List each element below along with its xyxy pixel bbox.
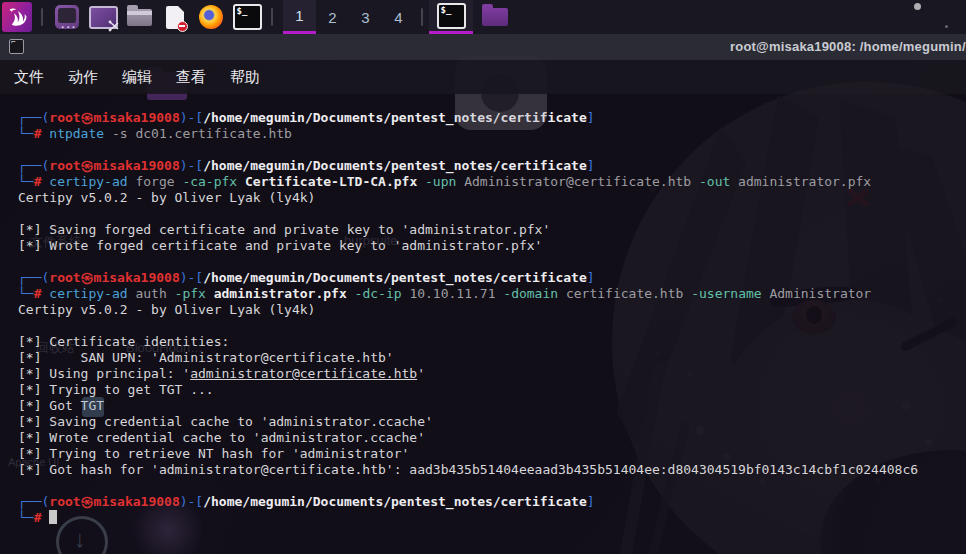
terminal-text-segment: /home/megumin/Documents/pentest_notes/ce… — [203, 110, 587, 125]
terminal-text-segment: administrator.pfx — [214, 286, 347, 301]
screenshot-icon — [89, 6, 118, 29]
terminal-text-segment: # — [34, 126, 50, 141]
terminal-text-segment: -ca-pfx — [182, 174, 237, 189]
menu-file[interactable]: 文件 — [4, 60, 54, 94]
terminal-text-segment: -username — [691, 286, 761, 301]
terminal-text-segment: ' — [417, 366, 425, 381]
terminal-text-segment: -out — [699, 174, 730, 189]
terminal-text-segment: ┌──( — [18, 494, 49, 509]
terminal-text-segment: administrator@certificate.htb — [190, 366, 417, 381]
firefox-icon — [199, 5, 223, 29]
workspace-4[interactable]: 4 — [382, 0, 415, 34]
terminal-text-segment: )-[ — [180, 158, 203, 173]
launcher-screenshot[interactable] — [86, 2, 120, 32]
terminal-text-segment: ┌──( — [18, 158, 49, 173]
menu-actions[interactable]: 动作 — [58, 60, 108, 94]
menu-edit[interactable]: 编辑 — [112, 60, 162, 94]
terminal-line — [18, 254, 966, 270]
panel-separator — [421, 8, 423, 26]
terminal-text-segment: -pfx — [175, 286, 206, 301]
terminal-text-segment: -upn — [425, 174, 456, 189]
terminal-line: ┌──(root㉿misaka19008)-[/home/megumin/Doc… — [18, 158, 966, 174]
terminal-text-segment: [*] Trying to retrieve NT hash for 'admi… — [18, 446, 409, 461]
terminal-text-segment: auth — [128, 286, 175, 301]
workspace-1[interactable]: 1 — [283, 0, 316, 34]
terminal-output: ┌──(root㉿misaka19008)-[/home/megumin/Doc… — [18, 110, 966, 526]
terminal-line: └─# — [18, 510, 966, 526]
window-title: root@misaka19008: /home/megumin/Docu — [730, 39, 966, 54]
terminal-text-segment: [*] SAN UPN: 'Administrator@certificate.… — [18, 350, 394, 365]
terminal-line — [18, 142, 966, 158]
terminal-line — [18, 318, 966, 334]
launcher-qterminal-drop[interactable] — [50, 2, 84, 32]
terminal-line: [*] Trying to retrieve NT hash for 'admi… — [18, 446, 966, 462]
terminal-line: [*] Trying to get TGT ... — [18, 382, 966, 398]
terminal-text-segment: forge — [128, 174, 183, 189]
terminal-text-segment — [206, 286, 214, 301]
taskbar-window-terminal[interactable]: $_ — [429, 0, 473, 34]
terminal-text-segment: )-[ — [180, 494, 203, 509]
workspace-2[interactable]: 2 — [316, 0, 349, 34]
terminal-text-segment: administrator.pfx — [730, 174, 871, 189]
terminal-text-segment: ┌──( — [18, 110, 49, 125]
terminal-text-segment: -domain — [503, 286, 558, 301]
menu-view[interactable]: 查看 — [166, 60, 216, 94]
window-titlebar[interactable]: root@misaka19008: /home/megumin/Docu — [0, 34, 966, 60]
launcher-text-editor[interactable] — [158, 2, 192, 32]
launcher-file-manager[interactable] — [122, 2, 156, 32]
terminal-text-segment: /home/megumin/Documents/pentest_notes/ce… — [203, 158, 587, 173]
terminal-line: └─# certipy-ad auth -pfx administrator.p… — [18, 286, 966, 302]
terminal-text-segment: )-[ — [180, 270, 203, 285]
terminal-text-segment: └─ — [18, 126, 34, 141]
terminal-line: Certipy v5.0.2 - by Oliver Lyak (ly4k) — [18, 302, 966, 318]
folder-icon — [127, 9, 152, 26]
terminal-line: └─# ntpdate -s dc01.certificate.htb — [18, 126, 966, 142]
kali-dragon-icon — [5, 5, 29, 29]
folder-icon — [482, 8, 508, 26]
terminal-line: ┌──(root㉿misaka19008)-[/home/megumin/Doc… — [18, 110, 966, 126]
window-terminal-icon — [9, 39, 24, 54]
terminal-text-segment: Certificate-LTD-CA.pfx — [245, 174, 417, 189]
workspace-3[interactable]: 3 — [349, 0, 382, 34]
kali-menu-button[interactable] — [2, 2, 32, 32]
terminal-icon: $_ — [233, 4, 262, 30]
terminal-text-segment: ] — [587, 494, 595, 509]
terminal-text-segment: ] — [587, 270, 595, 285]
terminal-text-segment: [*] Wrote credential cache to 'administr… — [18, 430, 425, 445]
workspace-switcher: 1 2 3 4 — [283, 0, 415, 34]
panel-separator — [41, 8, 43, 26]
top-panel: $_ 1 2 3 4 $_ — [0, 0, 966, 34]
terminal-text-segment: -s dc01.certificate.htb — [104, 126, 292, 141]
terminal-text-segment: [*] Saving forged certificate and privat… — [18, 222, 550, 237]
terminal-text-segment: root㉿misaka19008 — [49, 158, 179, 173]
terminal-text-segment: # — [34, 174, 50, 189]
terminal-line: ┌──(root㉿misaka19008)-[/home/megumin/Doc… — [18, 494, 966, 510]
terminal-text-segment: └─ — [18, 510, 34, 525]
taskbar-window-file-manager[interactable] — [473, 0, 517, 34]
launcher-firefox[interactable] — [194, 2, 228, 32]
menu-help[interactable]: 帮助 — [220, 60, 270, 94]
terminal-line: [*] Certificate identities: — [18, 334, 966, 350]
terminal-text-segment: /home/megumin/Documents/pentest_notes/ce… — [203, 270, 587, 285]
terminal-menubar: 文件 动作 编辑 查看 帮助 — [0, 60, 966, 94]
terminal-text-segment: certificate.htb — [558, 286, 691, 301]
panel-separator — [271, 8, 273, 26]
scissors-icon — [108, 20, 120, 32]
terminal-text-segment: # — [34, 286, 50, 301]
qterminal-drop-icon — [55, 5, 79, 29]
terminal-line: [*] Saving credential cache to 'administ… — [18, 414, 966, 430]
terminal-text-segment: [*] Certificate identities: — [18, 334, 229, 349]
terminal-text-segment: certipy-ad — [49, 286, 127, 301]
document-icon — [166, 6, 184, 29]
terminal-window[interactable]: 文件系统 burpsuite 回收站 BloodHoun… Apache UI … — [0, 94, 966, 554]
terminal-line — [18, 478, 966, 494]
terminal-line: [*] Got TGT — [18, 398, 966, 414]
terminal-text-segment — [417, 174, 425, 189]
terminal-text-segment: [*] Got TGT — [18, 398, 104, 413]
terminal-text-segment: # — [34, 510, 50, 525]
terminal-icon: $_ — [437, 3, 466, 29]
terminal-text-segment: )-[ — [180, 110, 203, 125]
launcher-terminal[interactable]: $_ — [230, 2, 264, 32]
terminal-text-segment — [237, 174, 245, 189]
terminal-text-segment — [347, 286, 355, 301]
